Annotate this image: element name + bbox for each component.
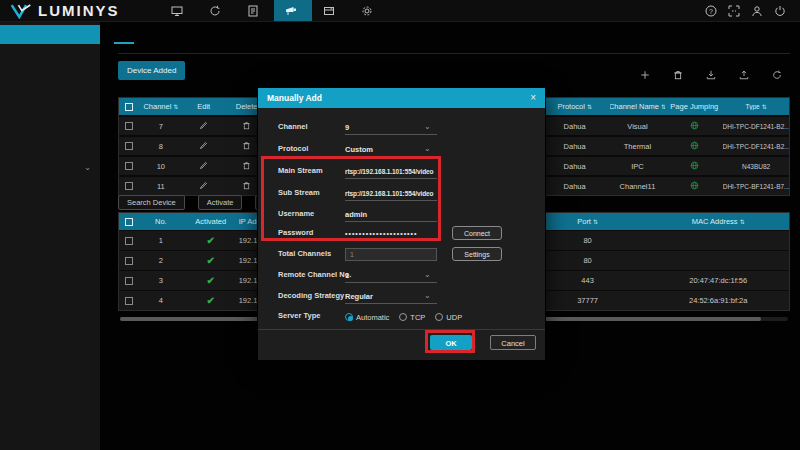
fullscreen-icon[interactable] [728, 5, 740, 17]
username-input[interactable]: admin [345, 208, 437, 222]
sub-stream-label: Sub Stream [278, 188, 320, 197]
cell-protocol: Dahua [540, 182, 610, 191]
row-checkbox[interactable] [125, 182, 133, 190]
column-header-label: MAC Address [692, 217, 745, 226]
column-header-type[interactable]: Type [723, 103, 789, 110]
delete-trash-icon[interactable] [242, 161, 251, 172]
nav-item-storage[interactable] [312, 0, 350, 21]
nav-item-search[interactable] [236, 0, 274, 21]
select-all-checkbox[interactable] [125, 218, 133, 226]
device-added-button[interactable]: Device Added [118, 61, 185, 80]
column-header-check [119, 218, 139, 226]
user-icon[interactable] [751, 5, 763, 17]
sidebar-item-camera-registration[interactable] [0, 25, 100, 44]
manually-add-modal: Manually Add Channel 9 Protocol Custom M… [258, 88, 545, 360]
help-icon[interactable]: ? [705, 5, 717, 17]
cell-edit [183, 181, 225, 192]
edit-pencil-icon[interactable] [199, 161, 208, 172]
cell-channel: 11 [139, 182, 183, 191]
nav-item-system[interactable] [350, 0, 388, 21]
sidebar-item-smart-light[interactable] [0, 82, 100, 101]
toolbar-manually-add-button[interactable] [640, 70, 656, 82]
password-input[interactable]: ••••••••••••••••••••• [345, 227, 437, 241]
search-device-button[interactable]: Search Device [118, 195, 185, 210]
cell-select [119, 182, 139, 190]
cancel-button[interactable]: Cancel [490, 335, 536, 350]
nav-item-playback[interactable] [198, 0, 236, 21]
chevron-down-icon[interactable] [424, 122, 431, 131]
cell-channel: 10 [139, 162, 183, 171]
edit-pencil-icon[interactable] [199, 121, 208, 132]
delete-trash-icon[interactable] [242, 141, 251, 152]
globe-icon[interactable] [690, 161, 699, 172]
ok-button[interactable]: OK [430, 335, 472, 350]
sidebar-item-basic-event[interactable] [0, 139, 100, 158]
import-icon [706, 70, 718, 82]
cell-page-jumping [665, 161, 723, 172]
modal-header: Manually Add [258, 88, 545, 108]
toolbar-import-button[interactable] [706, 70, 722, 82]
connect-button[interactable]: Connect [452, 226, 502, 240]
tab-camera-upgrade[interactable] [158, 32, 170, 44]
playback-icon [209, 5, 221, 17]
edit-pencil-icon[interactable] [199, 141, 208, 152]
sub-stream-input[interactable]: rtsp://192.168.1.101:554/video [345, 187, 437, 201]
main-stream-input[interactable]: rtsp://192.168.1.101:554/video [345, 165, 437, 179]
cell-port: 80 [528, 236, 648, 245]
tabs-divider [118, 53, 790, 54]
plus-icon [640, 70, 652, 82]
sidebar-item-video-overlay[interactable] [0, 101, 100, 120]
column-header-mac-address[interactable]: MAC Address [647, 217, 789, 226]
nav-item-camera[interactable] [274, 0, 312, 21]
sidebar-item-image-attributes[interactable] [0, 63, 100, 82]
select-all-checkbox[interactable] [125, 103, 133, 111]
nav-item-live-view[interactable] [160, 0, 198, 21]
delete-trash-icon[interactable] [242, 121, 251, 132]
check-icon: ✔ [207, 235, 215, 246]
globe-icon[interactable] [690, 181, 699, 192]
server-type-radio-udp[interactable]: UDP [435, 313, 462, 322]
globe-icon[interactable] [690, 121, 699, 132]
row-checkbox[interactable] [125, 162, 133, 170]
cell-port: 37777 [528, 296, 648, 305]
brand-logo: LUMINYS [0, 0, 160, 21]
row-checkbox[interactable] [125, 237, 133, 245]
row-checkbox[interactable] [125, 277, 133, 285]
row-checkbox[interactable] [125, 122, 133, 130]
sidebar-item-ai-event[interactable]: ⌄ [0, 158, 100, 177]
total-channels-label: Total Channels [278, 249, 331, 258]
close-icon[interactable] [530, 93, 536, 103]
column-header-port[interactable]: Port [528, 217, 648, 226]
cell-edit [183, 141, 225, 152]
column-header-channel-name[interactable]: Channel Name [610, 102, 666, 111]
chevron-down-icon[interactable] [424, 291, 431, 300]
toolbar-delete-button[interactable] [673, 70, 689, 82]
power-icon[interactable] [774, 5, 786, 17]
cell-channel-name: Visual [610, 122, 666, 131]
cell-select [119, 162, 139, 170]
row-checkbox[interactable] [125, 142, 133, 150]
row-checkbox[interactable] [125, 297, 133, 305]
settings-button[interactable]: Settings [452, 247, 502, 261]
activate-button[interactable]: Activate [198, 195, 243, 210]
column-header-channel[interactable]: Channel [139, 102, 183, 111]
tab-camera-registration[interactable] [118, 32, 130, 44]
column-header-label: No. [155, 217, 167, 226]
live-view-monitor-icon [171, 5, 183, 17]
server-type-radio-tcp[interactable]: TCP [399, 313, 425, 322]
column-header-protocol[interactable]: Protocol [540, 102, 610, 111]
chevron-down-icon[interactable] [424, 144, 431, 153]
sidebar-item-poe[interactable] [0, 44, 100, 63]
row-checkbox[interactable] [125, 257, 133, 265]
radio-label: Automatic [356, 313, 389, 322]
edit-pencil-icon[interactable] [199, 181, 208, 192]
toolbar-export-button[interactable] [739, 70, 755, 82]
globe-icon[interactable] [690, 141, 699, 152]
chevron-down-icon: ⌄ [84, 158, 91, 177]
chevron-down-icon[interactable] [424, 270, 431, 279]
cell-select [119, 277, 139, 285]
toolbar-refresh-button[interactable] [772, 70, 788, 82]
server-type-radio-automatic[interactable]: Automatic [345, 313, 389, 322]
sidebar-item-video-parameters[interactable] [0, 120, 100, 139]
delete-trash-icon[interactable] [242, 181, 251, 192]
